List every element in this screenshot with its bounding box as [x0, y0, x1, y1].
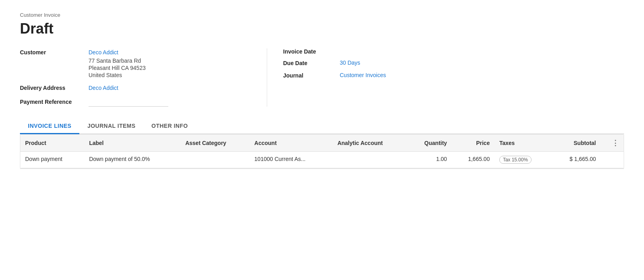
invoice-date-label: Invoice Date	[283, 48, 335, 55]
cell-price[interactable]: 1,665.00	[452, 152, 494, 168]
col-header-asset-category: Asset Category	[181, 135, 250, 152]
cell-quantity[interactable]: 1.00	[408, 152, 452, 168]
cell-row-menu	[601, 152, 624, 168]
tabs-nav: INVOICE LINES JOURNAL ITEMS OTHER INFO	[20, 119, 624, 134]
invoice-page: Customer Invoice Draft Customer Deco Add…	[0, 0, 644, 280]
cell-account[interactable]: 101000 Current As...	[250, 152, 333, 168]
col-header-analytic-account: Analytic Account	[333, 135, 408, 152]
journal-value[interactable]: Customer Invoices	[340, 71, 386, 79]
col-header-menu: ⋮	[601, 135, 624, 152]
journal-label: Journal	[283, 72, 335, 79]
payment-reference-label: Payment Reference	[20, 98, 84, 105]
tab-journal-items[interactable]: JOURNAL ITEMS	[79, 119, 144, 134]
customer-label: Customer	[20, 48, 84, 56]
col-header-account: Account	[250, 135, 333, 152]
page-title: Draft	[20, 20, 624, 37]
table-header-row: Product Label Asset Category Account Ana…	[20, 135, 624, 152]
address-line-2: Pleasant Hill CA 94523	[89, 65, 146, 71]
customer-info-panel: Customer Deco Addict 77 Santa Barbara Rd…	[20, 48, 267, 107]
payment-reference-field-row: Payment Reference	[20, 98, 251, 107]
cell-subtotal: $ 1,665.00	[551, 152, 601, 168]
customer-address-block: Deco Addict 77 Santa Barbara Rd Pleasant…	[89, 48, 146, 78]
delivery-address-value[interactable]: Deco Addict	[89, 84, 118, 92]
due-date-row: Due Date 30 Days	[283, 59, 624, 67]
payment-reference-value[interactable]	[89, 98, 168, 107]
cell-product[interactable]: Down payment	[20, 152, 84, 168]
address-line-1: 77 Santa Barbara Rd	[89, 58, 146, 64]
cell-taxes: Tax 15.00%	[494, 152, 551, 168]
invoice-info-panel: Invoice Date Due Date 30 Days Journal Cu…	[267, 48, 624, 107]
breadcrumb: Customer Invoice	[20, 12, 624, 18]
cell-asset-category[interactable]	[181, 152, 250, 168]
col-header-price: Price	[452, 135, 494, 152]
bottom-bar	[20, 169, 624, 172]
customer-name-link[interactable]: Deco Addict	[89, 48, 146, 57]
col-header-product: Product	[20, 135, 84, 152]
invoice-lines-table-container: Product Label Asset Category Account Ana…	[20, 134, 624, 169]
journal-row: Journal Customer Invoices	[283, 71, 624, 79]
tab-other-info[interactable]: OTHER INFO	[144, 119, 196, 134]
invoice-lines-table: Product Label Asset Category Account Ana…	[20, 135, 624, 168]
col-header-quantity: Quantity	[408, 135, 452, 152]
delivery-address-label: Delivery Address	[20, 84, 84, 91]
col-header-label: Label	[84, 135, 180, 152]
due-date-label: Due Date	[283, 60, 335, 66]
table-menu-icon[interactable]: ⋮	[612, 139, 619, 147]
tab-invoice-lines[interactable]: INVOICE LINES	[20, 119, 79, 134]
address-line-3: United States	[89, 72, 146, 78]
col-header-subtotal: Subtotal	[551, 135, 601, 152]
cell-analytic-account[interactable]	[333, 152, 408, 168]
tax-badge[interactable]: Tax 15.00%	[499, 156, 532, 164]
due-date-value[interactable]: 30 Days	[340, 59, 360, 67]
customer-field-row: Customer Deco Addict 77 Santa Barbara Rd…	[20, 48, 251, 78]
cell-label[interactable]: Down payment of 50.0%	[84, 152, 180, 168]
table-row: Down payment Down payment of 50.0% 10100…	[20, 152, 624, 168]
invoice-date-row: Invoice Date	[283, 48, 624, 55]
delivery-address-field-row: Delivery Address Deco Addict	[20, 84, 251, 92]
customer-details-section: Customer Deco Addict 77 Santa Barbara Rd…	[20, 48, 624, 107]
col-header-taxes: Taxes	[494, 135, 551, 152]
